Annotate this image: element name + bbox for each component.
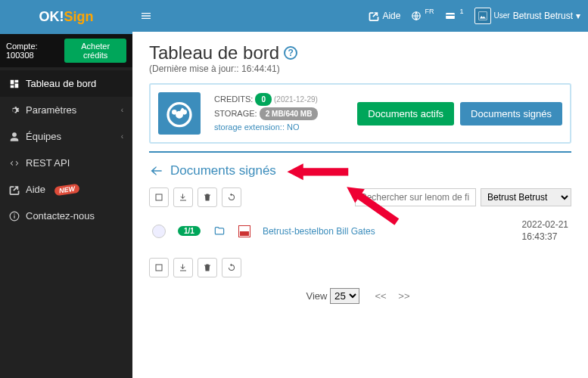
svg-rect-14 — [156, 265, 162, 271]
buy-credits-button[interactable]: Acheter crédits — [64, 39, 126, 63]
signature-count-badge: 1/1 — [178, 226, 201, 236]
dashboard-icon — [9, 79, 20, 89]
divider — [149, 151, 571, 153]
sidebar-item-dashboard[interactable]: Tableau de bord — [0, 70, 132, 97]
section-title: Documents signés — [170, 163, 276, 178]
pdf-icon — [238, 225, 250, 237]
account-label: Compte: 100308 — [6, 42, 64, 60]
svg-rect-2 — [14, 213, 14, 214]
sidebar-item-label: Paramètres — [26, 104, 76, 116]
page-subtitle: (Dernière mise à jour:: 16:44:41) — [149, 64, 571, 74]
sidebar-item-label: Contactez-nous — [26, 210, 95, 222]
app-logo: OK!Sign — [0, 0, 132, 34]
annotation-arrow-1 — [285, 160, 353, 186]
folder-icon[interactable] — [213, 225, 226, 237]
document-row: 1/1 Betrust-bestelbon Bill Gates 2022-02… — [149, 215, 571, 247]
sidebar-item-label: Aide — [26, 184, 45, 195]
back-arrow-icon[interactable] — [149, 163, 164, 178]
document-timestamp: 2022-02-21 16:43:37 — [522, 219, 568, 243]
search-input[interactable] — [355, 188, 476, 206]
delete-button-bottom[interactable] — [198, 258, 217, 277]
caret-down-icon: ▾ — [576, 11, 580, 21]
download-button-bottom[interactable] — [173, 258, 193, 277]
delete-button[interactable] — [198, 187, 217, 207]
code-icon — [9, 158, 20, 169]
sidebar-item-help[interactable]: Aide NEW — [0, 176, 132, 203]
storage-label: STORAGE: — [214, 109, 257, 118]
refresh-button[interactable] — [222, 187, 241, 207]
svg-rect-1 — [14, 215, 14, 218]
row-checkbox[interactable] — [152, 225, 166, 238]
topbar-help[interactable]: Aide — [369, 11, 400, 21]
svg-point-10 — [177, 112, 182, 117]
chevron-left-icon: ‹ — [121, 132, 123, 141]
storage-value: 2 MB/640 MB — [260, 107, 319, 120]
svg-marker-11 — [288, 163, 349, 180]
svg-point-9 — [183, 111, 185, 113]
sidebar-item-label: REST API — [26, 157, 70, 169]
user-avatar-icon — [474, 8, 491, 24]
help-circle-icon[interactable]: ? — [284, 46, 297, 60]
pager: View 25 << >> — [149, 288, 571, 304]
credits-label: CREDITS: — [214, 94, 253, 104]
select-all-checkbox-bottom[interactable] — [149, 258, 169, 277]
sidebar-item-label: Équipes — [26, 131, 61, 142]
sidebar-item-params[interactable]: Paramètres ‹ — [0, 97, 132, 123]
select-all-checkbox[interactable] — [149, 187, 169, 207]
sidebar-item-teams[interactable]: Équipes ‹ — [0, 123, 132, 150]
download-button[interactable] — [173, 187, 193, 207]
page-title: Tableau de bord ? — [149, 42, 571, 64]
active-docs-button[interactable]: Documents actifs — [357, 102, 454, 125]
gauge-icon — [158, 92, 201, 135]
document-link[interactable]: Betrust-bestelbon Bill Gates — [263, 226, 375, 237]
sidebar-item-contact[interactable]: Contactez-nous — [0, 203, 132, 229]
hamburger-icon[interactable] — [140, 10, 152, 22]
signed-docs-button[interactable]: Documents signés — [460, 102, 562, 125]
credits-value: 0 — [255, 93, 272, 106]
credits-date: (2021-12-29) — [274, 95, 318, 104]
sidebar-item-label: Tableau de bord — [26, 78, 96, 89]
user-icon — [9, 132, 20, 142]
new-badge: NEW — [54, 183, 79, 195]
help-icon — [9, 184, 20, 195]
topbar-lang[interactable]: FR — [411, 11, 434, 21]
svg-point-8 — [173, 111, 176, 113]
topbar-user[interactable]: User Betrust Betrust ▾ — [474, 8, 581, 24]
svg-rect-12 — [156, 194, 162, 200]
sidebar-item-restapi[interactable]: REST API — [0, 150, 132, 176]
page-size-select[interactable]: 25 — [330, 288, 359, 304]
chevron-left-icon: ‹ — [121, 106, 123, 114]
stats-panel: CREDITS: 0 (2021-12-29) STORAGE: 2 MB/64… — [149, 83, 571, 144]
svg-rect-6 — [478, 12, 487, 20]
gears-icon — [9, 105, 20, 116]
refresh-button-bottom[interactable] — [222, 258, 241, 277]
pager-prev[interactable]: << — [375, 290, 387, 302]
storage-extension-link[interactable]: storage extension:: NO — [214, 122, 300, 132]
topbar-credit-icon[interactable]: 1 — [444, 11, 463, 21]
pager-next[interactable]: >> — [398, 290, 409, 302]
info-icon — [9, 211, 20, 222]
svg-rect-5 — [446, 14, 456, 16]
user-select[interactable]: Betrust Betrust — [481, 188, 571, 206]
